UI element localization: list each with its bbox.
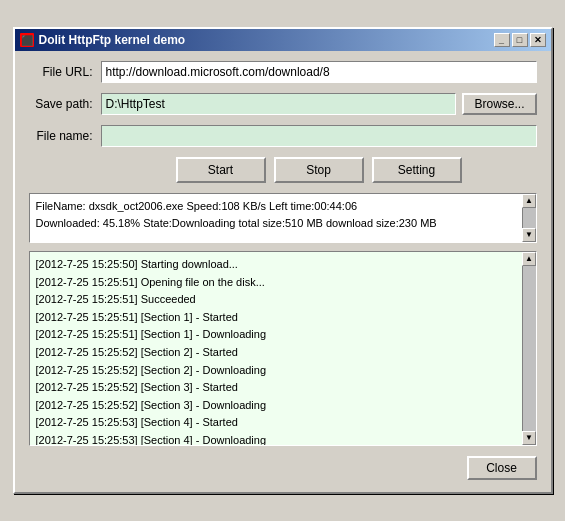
- status-scroll-track: [523, 208, 536, 228]
- title-buttons: _ □ ✕: [494, 33, 546, 47]
- file-url-label: File URL:: [29, 65, 101, 79]
- status-scrollbar[interactable]: ▲ ▼: [522, 194, 536, 242]
- browse-button[interactable]: Browse...: [462, 93, 536, 115]
- file-name-row: File name:: [29, 125, 537, 147]
- log-entry: [2012-7-25 15:25:51] [Section 1] - Start…: [36, 309, 514, 327]
- stop-button[interactable]: Stop: [274, 157, 364, 183]
- bottom-row: Close: [29, 456, 537, 482]
- log-box: [2012-7-25 15:25:50] Starting download..…: [29, 251, 537, 446]
- log-entry: [2012-7-25 15:25:50] Starting download..…: [36, 256, 514, 274]
- close-button[interactable]: Close: [467, 456, 537, 480]
- action-buttons-row: Start Stop Setting: [101, 157, 537, 183]
- save-path-row: Save path: Browse...: [29, 93, 537, 115]
- status-line1: FileName: dxsdk_oct2006.exe Speed:108 KB…: [36, 198, 514, 215]
- log-entries-container: [2012-7-25 15:25:50] Starting download..…: [36, 256, 530, 446]
- file-name-label: File name:: [29, 129, 101, 143]
- window-content: File URL: Save path: Browse... File name…: [15, 51, 551, 492]
- log-scroll-track: [523, 266, 536, 431]
- main-window: ⬛ Dolit HttpFtp kernel demo _ □ ✕ File U…: [13, 27, 553, 494]
- log-entry: [2012-7-25 15:25:53] [Section 4] - Downl…: [36, 432, 514, 446]
- log-entry: [2012-7-25 15:25:52] [Section 3] - Start…: [36, 379, 514, 397]
- log-entry: [2012-7-25 15:25:53] [Section 4] - Start…: [36, 414, 514, 432]
- save-path-input[interactable]: [101, 93, 457, 115]
- log-entry: [2012-7-25 15:25:51] [Section 1] - Downl…: [36, 326, 514, 344]
- log-entry: [2012-7-25 15:25:52] [Section 3] - Downl…: [36, 397, 514, 415]
- status-box: FileName: dxsdk_oct2006.exe Speed:108 KB…: [29, 193, 537, 243]
- window-title: Dolit HttpFtp kernel demo: [39, 33, 186, 47]
- log-scrollbar[interactable]: ▲ ▼: [522, 252, 536, 445]
- minimize-button[interactable]: _: [494, 33, 510, 47]
- title-bar-left: ⬛ Dolit HttpFtp kernel demo: [20, 33, 186, 47]
- save-path-label: Save path:: [29, 97, 101, 111]
- log-entry: [2012-7-25 15:25:51] Succeeded: [36, 291, 514, 309]
- status-scroll-down[interactable]: ▼: [522, 228, 536, 242]
- log-scroll-down[interactable]: ▼: [522, 431, 536, 445]
- status-line2: Downloaded: 45.18% State:Downloading tot…: [36, 215, 514, 232]
- setting-button[interactable]: Setting: [372, 157, 462, 183]
- file-name-input[interactable]: [101, 125, 537, 147]
- log-entry: [2012-7-25 15:25:52] [Section 2] - Downl…: [36, 362, 514, 380]
- file-url-input[interactable]: [101, 61, 537, 83]
- start-button[interactable]: Start: [176, 157, 266, 183]
- file-url-row: File URL:: [29, 61, 537, 83]
- window-close-button[interactable]: ✕: [530, 33, 546, 47]
- log-entry: [2012-7-25 15:25:51] Opening file on the…: [36, 274, 514, 292]
- log-entry: [2012-7-25 15:25:52] [Section 2] - Start…: [36, 344, 514, 362]
- log-scroll-up[interactable]: ▲: [522, 252, 536, 266]
- maximize-button[interactable]: □: [512, 33, 528, 47]
- title-bar: ⬛ Dolit HttpFtp kernel demo _ □ ✕: [15, 29, 551, 51]
- window-icon: ⬛: [20, 33, 34, 47]
- status-scroll-up[interactable]: ▲: [522, 194, 536, 208]
